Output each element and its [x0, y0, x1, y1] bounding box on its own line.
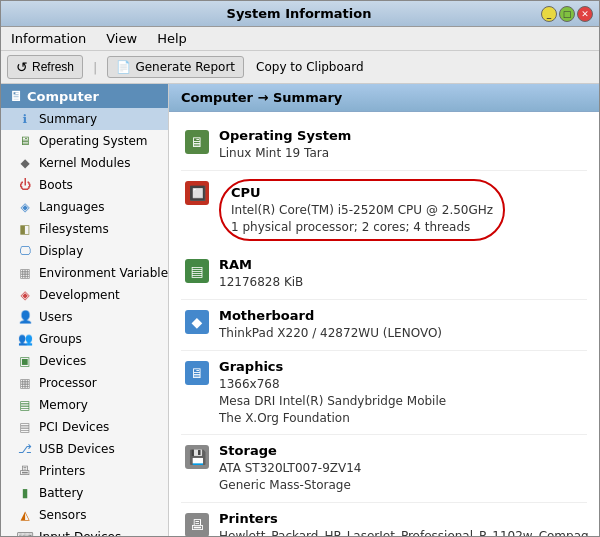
sidebar-item-filesystems[interactable]: ◧Filesystems — [1, 218, 168, 240]
memory-icon: ▤ — [17, 397, 33, 413]
section-cpu: 🔲CPUIntel(R) Core(TM) i5-2520M CPU @ 2.5… — [181, 171, 587, 250]
sidebar-item-processor[interactable]: ▦Processor — [1, 372, 168, 394]
sidebar-label-input: Input Devices — [39, 530, 121, 536]
os-title: Operating System — [219, 128, 583, 143]
sidebar-item-input[interactable]: ⌨Input Devices — [1, 526, 168, 536]
kernel-icon: ◆ — [17, 155, 33, 171]
boots-icon: ⏻ — [17, 177, 33, 193]
sidebar-item-groups[interactable]: 👥Groups — [1, 328, 168, 350]
sidebar-label-processor: Processor — [39, 376, 97, 390]
sidebar-item-usb[interactable]: ⎇USB Devices — [1, 438, 168, 460]
processor-icon: ▦ — [17, 375, 33, 391]
cpu-title: CPU — [231, 185, 493, 200]
sidebar-label-boots: Boots — [39, 178, 73, 192]
sidebar-item-os[interactable]: 🖥Operating System — [1, 130, 168, 152]
refresh-icon: ↺ — [16, 59, 28, 75]
sidebar-item-users[interactable]: 👤Users — [1, 306, 168, 328]
menu-bar: Information View Help — [1, 27, 599, 51]
sidebar-label-users: Users — [39, 310, 73, 324]
monitor-icon: 🖥 — [9, 88, 23, 104]
sidebar-item-env[interactable]: ▦Environment Variables — [1, 262, 168, 284]
graphics-text: Graphics1366x768Mesa DRI Intel(R) Sandyb… — [219, 359, 583, 426]
sensors-icon: ◭ — [17, 507, 33, 523]
maximize-button[interactable]: □ — [559, 6, 575, 22]
cpu-detail-0: Intel(R) Core(TM) i5-2520M CPU @ 2.50GHz — [231, 202, 493, 219]
refresh-button[interactable]: ↺ Refresh — [7, 55, 83, 79]
menu-information[interactable]: Information — [5, 29, 92, 48]
motherboard-text: MotherboardThinkPad X220 / 42872WU (LENO… — [219, 308, 583, 342]
sidebar-item-memory[interactable]: ▤Memory — [1, 394, 168, 416]
ram-section-icon: ▤ — [185, 259, 209, 283]
storage-title: Storage — [219, 443, 583, 458]
sidebar-computer-header: 🖥 Computer — [1, 84, 168, 108]
sidebar-item-kernel[interactable]: ◆Kernel Modules — [1, 152, 168, 174]
printers-detail-0: Hewlett_Packard_HP_LaserJet_Professional… — [219, 528, 589, 536]
sidebar-item-printers[interactable]: 🖶Printers — [1, 460, 168, 482]
menu-view[interactable]: View — [100, 29, 143, 48]
section-storage: 💾StorageATA ST320LT007-9ZV14Generic Mass… — [181, 435, 587, 503]
storage-detail-1: Generic Mass-Storage — [219, 477, 583, 494]
filesystems-icon: ◧ — [17, 221, 33, 237]
sidebar-item-battery[interactable]: ▮Battery — [1, 482, 168, 504]
sidebar-item-pci[interactable]: ▤PCI Devices — [1, 416, 168, 438]
ram-text: RAM12176828 KiB — [219, 257, 583, 291]
motherboard-detail-0: ThinkPad X220 / 42872WU (LENOVO) — [219, 325, 583, 342]
title-bar: System Information _ □ ✕ — [1, 1, 599, 27]
sidebar-item-sensors[interactable]: ◭Sensors — [1, 504, 168, 526]
os-section-icon: 🖥 — [185, 130, 209, 154]
display-icon: 🖵 — [17, 243, 33, 259]
pci-icon: ▤ — [17, 419, 33, 435]
sidebar-label-languages: Languages — [39, 200, 104, 214]
sidebar-label-env: Environment Variables — [39, 266, 169, 280]
groups-icon: 👥 — [17, 331, 33, 347]
languages-icon: ◈ — [17, 199, 33, 215]
sidebar-item-summary[interactable]: ℹSummary — [1, 108, 168, 130]
graphics-detail-2: The X.Org Foundation — [219, 410, 583, 427]
sidebar-label-printers: Printers — [39, 464, 85, 478]
report-icon: 📄 — [116, 60, 131, 74]
section-ram: ▤RAM12176828 KiB — [181, 249, 587, 300]
main-window: System Information _ □ ✕ Information Vie… — [0, 0, 600, 537]
users-icon: 👤 — [17, 309, 33, 325]
os-text: Operating SystemLinux Mint 19 Tara — [219, 128, 583, 162]
cpu-section-icon: 🔲 — [185, 181, 209, 205]
cpu-text: CPUIntel(R) Core(TM) i5-2520M CPU @ 2.50… — [219, 179, 583, 242]
main-content: 🖥 Computer ℹSummary🖥Operating System◆Ker… — [1, 84, 599, 536]
storage-text: StorageATA ST320LT007-9ZV14Generic Mass-… — [219, 443, 583, 494]
graphics-detail-0: 1366x768 — [219, 376, 583, 393]
sidebar-item-dev[interactable]: ◈Development — [1, 284, 168, 306]
sidebar-label-pci: PCI Devices — [39, 420, 109, 434]
graphics-section-icon: 🖥 — [185, 361, 209, 385]
content-area: Computer → Summary 🖥Operating SystemLinu… — [169, 84, 599, 536]
section-graphics: 🖥Graphics1366x768Mesa DRI Intel(R) Sandy… — [181, 351, 587, 435]
sidebar-label-memory: Memory — [39, 398, 88, 412]
close-button[interactable]: ✕ — [577, 6, 593, 22]
sidebar-label-usb: USB Devices — [39, 442, 115, 456]
toolbar-divider: | — [93, 60, 97, 75]
sidebar: 🖥 Computer ℹSummary🖥Operating System◆Ker… — [1, 84, 169, 536]
storage-detail-0: ATA ST320LT007-9ZV14 — [219, 460, 583, 477]
sidebar-label-display: Display — [39, 244, 83, 258]
minimize-button[interactable]: _ — [541, 6, 557, 22]
battery-icon: ▮ — [17, 485, 33, 501]
sidebar-item-devices[interactable]: ▣Devices — [1, 350, 168, 372]
generate-report-button[interactable]: 📄 Generate Report — [107, 56, 244, 78]
sidebar-item-boots[interactable]: ⏻Boots — [1, 174, 168, 196]
sidebar-item-display[interactable]: 🖵Display — [1, 240, 168, 262]
sidebar-label-summary: Summary — [39, 112, 97, 126]
motherboard-title: Motherboard — [219, 308, 583, 323]
copy-clipboard-button[interactable]: Copy to Clipboard — [252, 57, 367, 77]
section-os: 🖥Operating SystemLinux Mint 19 Tara — [181, 120, 587, 171]
window-title: System Information — [57, 6, 541, 21]
motherboard-section-icon: ◆ — [185, 310, 209, 334]
ram-detail-0: 12176828 KiB — [219, 274, 583, 291]
sidebar-label-devices: Devices — [39, 354, 86, 368]
sidebar-item-languages[interactable]: ◈Languages — [1, 196, 168, 218]
content-body: 🖥Operating SystemLinux Mint 19 Tara🔲CPUI… — [169, 112, 599, 536]
menu-help[interactable]: Help — [151, 29, 193, 48]
dev-icon: ◈ — [17, 287, 33, 303]
sidebar-items-container: ℹSummary🖥Operating System◆Kernel Modules… — [1, 108, 168, 536]
printers-icon: 🖶 — [17, 463, 33, 479]
devices-icon: ▣ — [17, 353, 33, 369]
cpu-detail-1: 1 physical processor; 2 cores; 4 threads — [231, 219, 493, 236]
